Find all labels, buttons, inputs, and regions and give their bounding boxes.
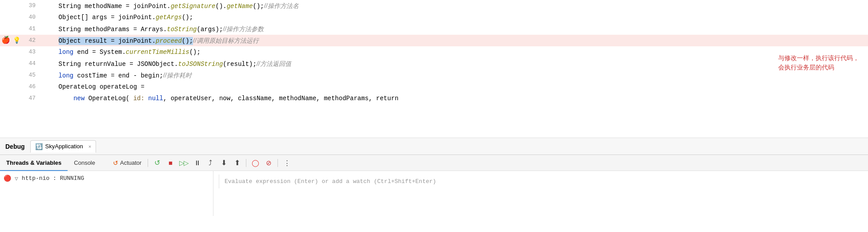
resume-button[interactable]: ▷▷: [178, 158, 189, 168]
toolbar-sep-3: [277, 159, 278, 167]
thread-status-icon: 🔴: [4, 175, 11, 182]
evaluate-icon: ⊘: [266, 159, 272, 167]
run-to-cursor-button[interactable]: ◯: [250, 158, 261, 168]
gutter-47: 47: [0, 93, 40, 104]
stop-icon: ■: [169, 159, 173, 167]
line-number-40: 40: [23, 12, 36, 23]
line-number-43: 43: [23, 46, 36, 58]
lightbulb-slot-44: [12, 60, 20, 68]
breakpoint-42[interactable]: 🍎: [2, 37, 10, 45]
breakpoint-slot-40: [2, 13, 10, 21]
actuator-icon: ↺: [113, 159, 118, 167]
gutter-45: 45: [0, 69, 40, 81]
actuator-button[interactable]: ↺ Actuator: [110, 159, 144, 167]
rerun-button[interactable]: ↺: [152, 158, 162, 168]
code-lines: 39 String methodName = joinPoint.getSign…: [0, 0, 868, 104]
code-line-43: 43 long end = System.currentTimeMillis()…: [0, 46, 868, 58]
line-number-42: 42: [23, 35, 36, 46]
code-line-47: 47 new OperateLog( id: null, operateUser…: [0, 93, 868, 104]
breakpoint-slot-45: [2, 71, 10, 79]
evaluate-button[interactable]: ⊘: [263, 158, 274, 168]
debug-label: Debug: [5, 143, 25, 150]
lightbulb-42[interactable]: 💡: [12, 37, 20, 45]
actuator-label: Actuator: [120, 159, 141, 166]
breakpoint-slot-47: [2, 94, 10, 102]
code-line-41: 41 String methodParams = Arrays.toString…: [0, 23, 868, 35]
step-over-icon: ⤴: [209, 159, 212, 167]
tab-threads-variables[interactable]: Threads & Variables: [0, 155, 68, 171]
line-number-45: 45: [23, 69, 36, 81]
line-content-40: Object[] args = joinPoint.getArgs();: [40, 12, 868, 23]
line-number-47: 47: [23, 93, 36, 104]
thread-item[interactable]: 🔴 ▽ http-nio : RUNNING: [4, 175, 209, 182]
bottom-panel: Threads & Variables Console ↺ Actuator ↺…: [0, 155, 868, 232]
lightbulb-slot-46: [12, 83, 20, 91]
panel-content-row: 🔴 ▽ http-nio : RUNNING Evaluate expressi…: [0, 171, 868, 216]
breakpoint-slot-39: [2, 2, 10, 10]
pause-icon: ⏸: [194, 159, 201, 167]
line-content-46: OperateLog operateLog =: [40, 81, 868, 93]
step-into-button[interactable]: ⬇: [218, 158, 229, 168]
line-number-46: 46: [23, 81, 36, 93]
more-icon: ⋮: [284, 159, 290, 167]
breakpoint-slot-44: [2, 60, 10, 68]
gutter-44: 44: [0, 58, 40, 69]
code-line-42: 🍎 💡 42 Object result = joinPoint.proceed…: [0, 35, 868, 46]
lightbulb-slot-43: [12, 48, 20, 56]
line-content-42: Object result = joinPoint.proceed();//调用…: [40, 35, 868, 47]
breakpoint-slot-46: [2, 83, 10, 91]
gutter-43: 43: [0, 46, 40, 58]
run-to-cursor-icon: ◯: [252, 159, 259, 167]
more-button[interactable]: ⋮: [281, 158, 292, 168]
gutter-40: 40: [0, 12, 40, 23]
line-number-39: 39: [23, 0, 36, 12]
pause-button[interactable]: ⏸: [192, 158, 202, 168]
code-editor: 39 String methodName = joinPoint.getSign…: [0, 0, 868, 138]
step-out-button[interactable]: ⬆: [232, 158, 242, 168]
lightbulb-slot-47: [12, 94, 20, 102]
code-line-40: 40 Object[] args = joinPoint.getArgs();: [0, 12, 868, 23]
line-content-45: long costTime = end - begin;//操作耗时: [40, 69, 868, 81]
stop-button[interactable]: ■: [165, 158, 176, 168]
code-line-39: 39 String methodName = joinPoint.getSign…: [0, 0, 868, 12]
tab-close-button[interactable]: ×: [88, 144, 91, 149]
lightbulb-slot-45: [12, 71, 20, 79]
line-content-39: String methodName = joinPoint.getSignatu…: [40, 0, 868, 12]
step-into-icon: ⬇: [221, 159, 227, 167]
line-content-41: String methodParams = Arrays.toString(ar…: [40, 23, 868, 35]
threads-panel: 🔴 ▽ http-nio : RUNNING: [0, 171, 213, 216]
evaluate-hint-text: Evaluate expression (Enter) or add a wat…: [219, 175, 863, 188]
breakpoint-dot-icon: 🍎: [1, 35, 10, 46]
toolbar-sep-1: [148, 159, 148, 167]
thread-filter-icon: ▽: [15, 175, 18, 182]
gutter-46: 46: [0, 81, 40, 93]
evaluate-panel[interactable]: Evaluate expression (Enter) or add a wat…: [213, 171, 868, 216]
debug-bar: Debug 🔃 SkyApplication ×: [0, 138, 868, 155]
gutter-39: 39: [0, 0, 40, 12]
gutter-42: 🍎 💡 42: [0, 35, 40, 46]
resume-icon: ▷▷: [179, 159, 188, 167]
code-line-46: 46 OperateLog operateLog =: [0, 81, 868, 93]
thread-label: http-nio : RUNNING: [22, 175, 84, 182]
gutter-41: 41: [0, 23, 40, 35]
app-icon: 🔃: [35, 143, 43, 150]
code-line-45: 45 long costTime = end - begin;//操作耗时: [0, 69, 868, 81]
tab-console[interactable]: Console: [68, 155, 101, 171]
line-number-44: 44: [23, 58, 36, 69]
rerun-icon: ↺: [154, 159, 160, 167]
lightbulb-slot-40: [12, 13, 20, 21]
toolbar-sep-2: [246, 159, 246, 167]
step-out-icon: ⬆: [234, 159, 240, 167]
code-line-44: 44 String returnValue = JSONObject.toJSO…: [0, 58, 868, 69]
line-content-43: long end = System.currentTimeMillis();: [40, 46, 868, 58]
line-content-47: new OperateLog( id: null, operateUser, n…: [40, 93, 868, 104]
line-content-44: String returnValue = JSONObject.toJSONSt…: [40, 58, 868, 70]
breakpoint-slot-43: [2, 48, 10, 56]
lightbulb-slot-39: [12, 2, 20, 10]
lightbulb-slot-41: [12, 25, 20, 33]
lightbulb-icon: 💡: [13, 35, 20, 46]
breakpoint-slot-41: [2, 25, 10, 33]
line-number-41: 41: [23, 23, 36, 35]
sky-application-tab[interactable]: 🔃 SkyApplication ×: [30, 140, 96, 153]
step-over-button[interactable]: ⤴: [205, 158, 216, 168]
